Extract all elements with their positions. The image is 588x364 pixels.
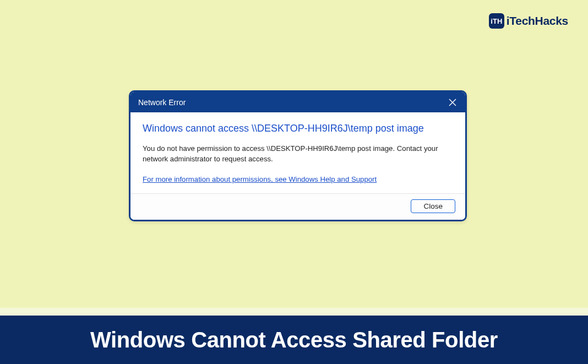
dialog-footer: Close — [130, 193, 465, 220]
watermark-label: iTechHacks — [507, 14, 568, 28]
dialog-body: Windows cannot access \\DESKTOP-HH9IR6J\… — [130, 112, 465, 193]
watermark-icon-text: iTH — [491, 17, 502, 25]
network-error-dialog: Network Error Windows cannot access \\DE… — [129, 90, 467, 221]
close-button[interactable]: Close — [411, 199, 455, 213]
main-instruction: Windows cannot access \\DESKTOP-HH9IR6J\… — [143, 122, 453, 135]
help-link[interactable]: For more information about permissions, … — [143, 175, 377, 183]
divider-strip — [0, 308, 588, 316]
bottom-banner: Windows Cannot Access Shared Folder — [0, 316, 588, 364]
close-icon[interactable] — [448, 97, 458, 107]
content-text: You do not have permission to access \\D… — [143, 144, 453, 164]
banner-text: Windows Cannot Access Shared Folder — [90, 328, 498, 352]
watermark-icon: iTH — [489, 13, 504, 29]
dialog-titlebar: Network Error — [130, 92, 465, 112]
dialog-title: Network Error — [138, 98, 186, 107]
watermark-logo: iTH iTechHacks — [489, 13, 568, 29]
